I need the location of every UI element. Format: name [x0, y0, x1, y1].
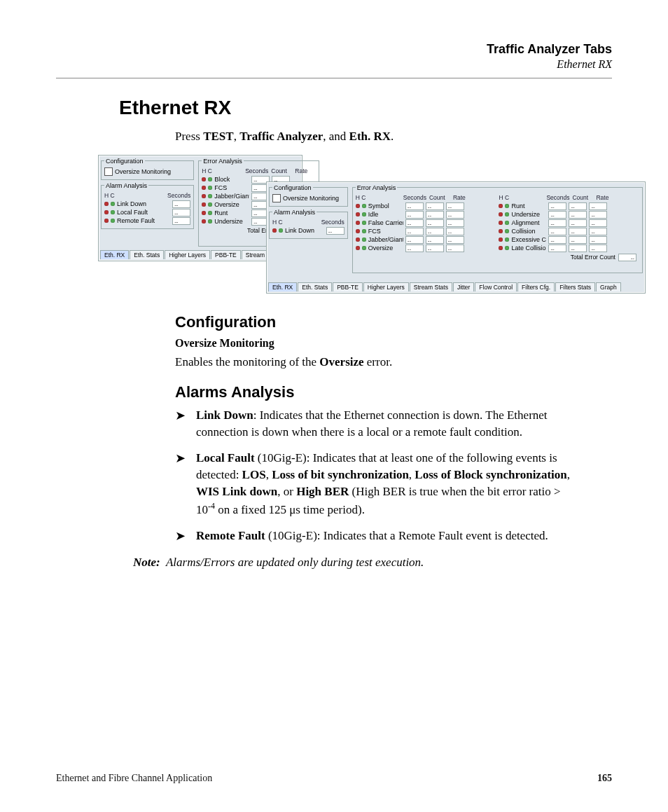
alarms-heading: Alarms Analysis [175, 383, 612, 401]
alarm-group: Alarm Analysis H CSeconds Link Down-- [269, 209, 348, 239]
alarm-group: Alarm Analysis H CSeconds Link Down-- Lo… [101, 182, 194, 229]
tabs-bar: Eth. RXEth. StatsPBB-TEHigher LayersStre… [268, 282, 643, 291]
error-row: Collision------ [499, 228, 639, 235]
tab-button[interactable]: Higher Layers [363, 282, 409, 291]
note-paragraph: Note: Alarms/Errors are updated only dur… [133, 554, 570, 571]
screenshot-large-panel: Configuration Oversize Monitoring Alarm … [266, 181, 646, 294]
error-group: Error Analysis H CSecondsCountRate Symbo… [352, 184, 643, 273]
config-group: Configuration Oversize Monitoring [269, 184, 348, 207]
configuration-heading: Configuration [175, 313, 612, 331]
alarm-label: Local Fault [117, 209, 148, 216]
error-row: Idle------ [356, 211, 496, 219]
alarm-label: Link Down [285, 227, 314, 234]
tab-button[interactable]: Filters Stats [555, 282, 595, 291]
alarm-label: Link Down [117, 200, 146, 207]
tab-button[interactable]: Higher Layers [165, 250, 210, 259]
oversize-checkbox[interactable] [272, 194, 281, 202]
tab-button[interactable]: Filters Cfg. [517, 282, 555, 291]
tab-button[interactable]: PBB-TE [211, 250, 241, 259]
running-topic: Ethernet RX [56, 58, 612, 71]
error-row: Undersize------ [499, 211, 639, 219]
error-row: Oversize------ [356, 245, 496, 252]
oversize-subheading: Oversize Monitoring [175, 337, 612, 350]
tab-button[interactable]: Eth. Stats [298, 282, 332, 291]
footer-left: Ethernet and Fibre Channel Application [56, 773, 212, 784]
error-row: Late Collision------ [499, 245, 639, 252]
configuration-text: Enables the monitoring of the Oversize e… [175, 354, 570, 371]
alarms-list: Link Down: Indicates that the Ethernet c… [175, 407, 570, 544]
error-row: False Carrier------ [356, 219, 496, 227]
error-row: FCS------ [356, 228, 496, 235]
screenshot-figure: Configuration Oversize Monitoring Alarm … [98, 155, 612, 295]
error-row: Alignment------ [499, 219, 639, 227]
tab-button[interactable]: Eth. RX [100, 250, 129, 259]
list-item: Local Fault (10Gig-E): Indicates that at… [175, 450, 570, 518]
tab-button[interactable]: Graph [596, 282, 621, 291]
error-row: Runt------ [499, 202, 639, 210]
intro-paragraph: Press TEST, Traffic Analyzer, and Eth. R… [175, 129, 612, 145]
tab-button[interactable]: Eth. Stats [130, 250, 164, 259]
config-group: Configuration Oversize Monitoring [101, 158, 194, 180]
error-row: Excessive Col.------ [499, 236, 639, 244]
tab-button[interactable]: Flow Control [475, 282, 517, 291]
running-chapter: Traffic Analyzer Tabs [56, 42, 612, 57]
tab-button[interactable]: Stream Stats [410, 282, 452, 291]
error-row: Jabber/Giant------ [356, 236, 496, 244]
tab-button[interactable]: Eth. RX [268, 282, 297, 291]
error-row: Symbol------ [356, 202, 496, 210]
tab-button[interactable]: PBB-TE [333, 282, 363, 291]
list-item: Remote Fault (10Gig-E): Indicates that a… [175, 528, 570, 544]
tab-button[interactable]: Jitter [453, 282, 474, 291]
alarm-label: Remote Fault [117, 217, 155, 224]
page-number: 165 [597, 773, 612, 784]
page-title: Ethernet RX [119, 97, 612, 119]
oversize-checkbox[interactable] [104, 167, 113, 176]
header-rule [56, 78, 612, 78]
list-item: Link Down: Indicates that the Ethernet c… [175, 407, 570, 441]
